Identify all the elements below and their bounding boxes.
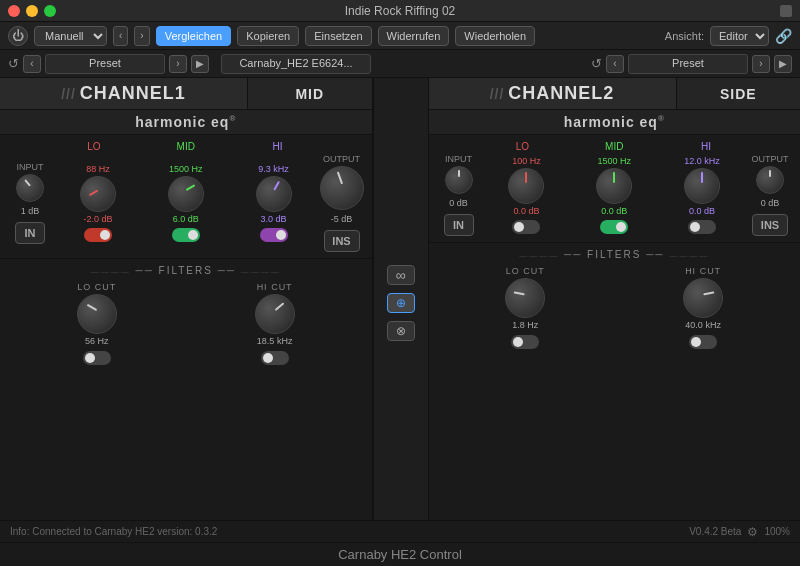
ch1-lo-freq: 88 Hz xyxy=(71,164,125,174)
ch2-mid-db: 0.0 dB xyxy=(587,206,641,216)
ch1-prev-preset-button[interactable]: ‹ xyxy=(23,55,41,73)
ch2-lo-cut-toggle[interactable] xyxy=(511,335,539,349)
nav-back-button[interactable]: ‹ xyxy=(113,26,128,46)
ch2-hi-cut-freq: 40.0 kHz xyxy=(685,320,721,330)
ch2-input-label: INPUT xyxy=(445,154,472,164)
compare-button[interactable]: Vergleichen xyxy=(156,26,232,46)
ch2-lo-label: LO xyxy=(477,141,569,152)
ch1-hi-label: HI xyxy=(232,141,324,152)
ch2-ins-button[interactable]: INS xyxy=(752,214,788,236)
window-title: Indie Rock Riffing 02 xyxy=(345,4,456,18)
ch1-hi-cut-toggle[interactable] xyxy=(261,351,289,365)
ch2-lo-toggle[interactable] xyxy=(512,220,540,234)
channel2-panel: CHANNEL2 SIDE harmonic eq® LO MID HI xyxy=(429,78,801,520)
undo-button[interactable]: Widerrufen xyxy=(378,26,450,46)
ch2-freq-knobs: 100 Hz 1500 Hz 12.0 kHz 0.0 dB 0.0 dB xyxy=(483,156,747,234)
ch1-preset-name[interactable]: Preset xyxy=(45,54,165,74)
ch1-mid-knob[interactable] xyxy=(168,176,204,212)
ch1-file-name: Carnaby_HE2 E6624... xyxy=(221,54,371,74)
zoom-level: 100% xyxy=(764,526,790,537)
ch2-output-knob[interactable] xyxy=(756,166,784,194)
channel1-input-col: INPUT 1 dB IN xyxy=(8,162,52,244)
channel2-filters: ── FILTERS ── LO CUT 1.8 Hz HI CUT 40.0 … xyxy=(429,243,801,355)
power-button[interactable]: ⏻ xyxy=(8,26,28,46)
ch2-hi-cut-knob[interactable] xyxy=(683,278,723,318)
channel2-mode: SIDE xyxy=(677,78,801,109)
preset-mode-selector[interactable]: Manuell xyxy=(34,26,107,46)
copy-button[interactable]: Kopieren xyxy=(237,26,299,46)
ch2-next-preset-button[interactable]: › xyxy=(752,55,770,73)
settings-icon[interactable]: ⚙ xyxy=(747,525,758,539)
ch2-lo-cut-label: LO CUT xyxy=(506,266,545,276)
ch2-mid-toggle[interactable] xyxy=(600,220,628,234)
ch2-hi-cut-group: HI CUT 40.0 kHz xyxy=(683,266,723,349)
ch2-prev-preset-button[interactable]: ‹ xyxy=(606,55,624,73)
channel1-output-col: OUTPUT -5 dB INS xyxy=(320,154,364,252)
ch1-lo-toggle[interactable] xyxy=(84,228,112,242)
ch1-hi-knob[interactable] xyxy=(256,176,292,212)
ch2-hi-cut-toggle[interactable] xyxy=(689,335,717,349)
ch1-hi-toggle[interactable] xyxy=(260,228,288,242)
ch2-hi-knob[interactable] xyxy=(684,168,720,204)
ch1-hi-db: 3.0 dB xyxy=(247,214,301,224)
ch2-hi-label: HI xyxy=(660,141,752,152)
channel1-harmonic-label: harmonic eq® xyxy=(0,110,372,135)
ch2-hi-toggle[interactable] xyxy=(688,220,716,234)
ch2-reload-button[interactable]: ↺ xyxy=(591,56,602,71)
ch1-lo-cut-label: LO CUT xyxy=(77,282,116,292)
ch1-reload-button[interactable]: ↺ xyxy=(8,56,19,71)
ch2-play-button[interactable]: ▶ xyxy=(774,55,792,73)
link-icon[interactable]: 🔗 xyxy=(775,28,792,44)
channel2-header: CHANNEL2 SIDE xyxy=(429,78,801,110)
ch2-hi-freq: 12.0 kHz xyxy=(675,156,729,166)
minimize-button[interactable] xyxy=(26,5,38,17)
ch1-lo-cut-toggle[interactable] xyxy=(83,351,111,365)
ch1-output-label: OUTPUT xyxy=(323,154,360,164)
channel2-input-col: INPUT 0 dB IN xyxy=(437,154,481,236)
ch1-ins-button[interactable]: INS xyxy=(324,230,360,252)
ch1-play-button[interactable]: ▶ xyxy=(191,55,209,73)
ch1-mid-toggle[interactable] xyxy=(172,228,200,242)
ch1-hi-cut-knob[interactable] xyxy=(255,294,295,334)
view-label: Ansicht: xyxy=(665,30,704,42)
link-btn-1[interactable]: ∞ xyxy=(387,265,415,285)
ch1-hi-cut-freq: 18.5 kHz xyxy=(257,336,293,346)
ch1-mid-freq: 1500 Hz xyxy=(159,164,213,174)
ch2-input-knob[interactable] xyxy=(445,166,473,194)
channel1-panel: CHANNEL1 MID harmonic eq® LO MID HI xyxy=(0,78,373,520)
maximize-button[interactable] xyxy=(44,5,56,17)
nav-forward-button[interactable]: › xyxy=(134,26,149,46)
status-right: V0.4.2 Beta ⚙ 100% xyxy=(689,525,790,539)
ch1-filters-label: ── FILTERS ── xyxy=(8,265,364,276)
ch1-lo-cut-freq: 56 Hz xyxy=(85,336,109,346)
close-button[interactable] xyxy=(8,5,20,17)
ch1-output-knob[interactable] xyxy=(320,166,364,210)
ch2-in-button[interactable]: IN xyxy=(444,214,474,236)
channel1-mode: MID xyxy=(248,78,372,109)
paste-button[interactable]: Einsetzen xyxy=(305,26,371,46)
channel2-name: CHANNEL2 xyxy=(429,78,677,109)
resize-handle[interactable] xyxy=(780,5,792,17)
ch1-hi-freq: 9.3 kHz xyxy=(247,164,301,174)
ch1-input-knob[interactable] xyxy=(16,174,44,202)
ch2-input-db: 0 dB xyxy=(449,198,468,208)
ch1-lo-cut-knob[interactable] xyxy=(77,294,117,334)
ch1-lo-db: -2.0 dB xyxy=(71,214,125,224)
link-btn-2[interactable]: ⊕ xyxy=(387,293,415,313)
ch2-lo-cut-knob[interactable] xyxy=(505,278,545,318)
ch1-in-button[interactable]: IN xyxy=(15,222,45,244)
ch1-hi-cut-label: HI CUT xyxy=(257,282,293,292)
link-buttons-panel: ∞ ⊕ ⊗ xyxy=(373,78,429,520)
ch2-lo-cut-freq: 1.8 Hz xyxy=(512,320,538,330)
ch1-lo-knob[interactable] xyxy=(80,176,116,212)
ch2-preset-name[interactable]: Preset xyxy=(628,54,748,74)
ch1-lo-label: LO xyxy=(48,141,140,152)
ch2-mid-knob[interactable] xyxy=(596,168,632,204)
ch2-lo-knob[interactable] xyxy=(508,168,544,204)
channel1-header: CHANNEL1 MID xyxy=(0,78,372,110)
link-btn-3[interactable]: ⊗ xyxy=(387,321,415,341)
redo-button[interactable]: Wiederholen xyxy=(455,26,535,46)
ch1-next-preset-button[interactable]: › xyxy=(169,55,187,73)
window-controls xyxy=(8,5,56,17)
view-selector[interactable]: Editor xyxy=(710,26,769,46)
